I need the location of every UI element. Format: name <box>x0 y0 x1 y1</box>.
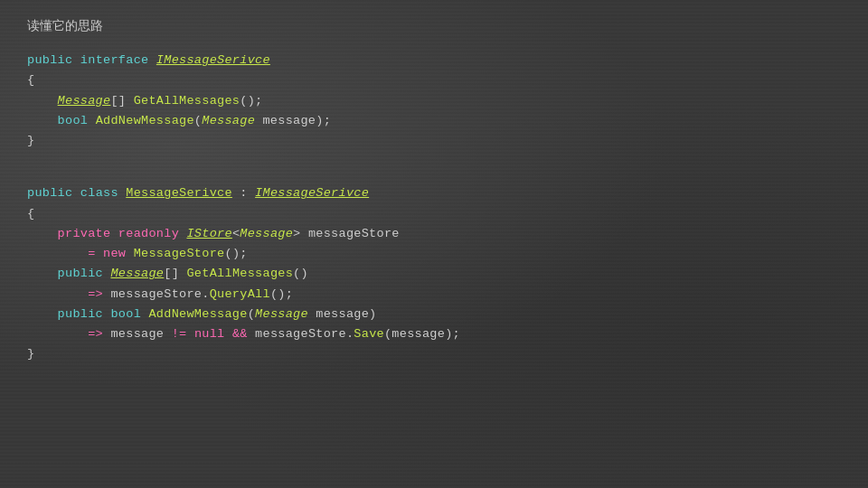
param-type-message2: Message <box>255 307 308 321</box>
code-line-2: { <box>27 70 841 90</box>
code-line-8: private readonly IStore<Message> message… <box>27 224 841 244</box>
keyword-public2: public <box>27 186 72 200</box>
code-block-2: public class MessageSerivce : IMessageSe… <box>27 183 841 364</box>
keyword-interface: interface <box>80 53 149 67</box>
operator-arrow2: => <box>88 327 103 341</box>
page-title: 读懂它的思路 <box>27 18 841 34</box>
code-line-7: { <box>27 204 841 224</box>
code-line-9: = new MessageStore(); <box>27 244 841 264</box>
keyword-bool: bool <box>58 114 89 127</box>
method-getall: GetAllMessages <box>134 94 241 108</box>
keyword-private: private <box>58 227 111 240</box>
code-line-4: bool AddNewMessage(Message message); <box>27 111 841 131</box>
keyword-public: public <box>27 53 72 67</box>
code-line-12: => messageStore.QueryAll(); <box>27 285 841 305</box>
operator-and: && <box>232 327 248 341</box>
type-message-array: Message <box>58 94 111 108</box>
keyword-readonly: readonly <box>118 227 179 240</box>
code-line-16: } <box>27 344 841 364</box>
code-line-1: public interface IMessageSerivce <box>27 51 841 70</box>
code-line-14: public bool AddNewMessage(Message messag… <box>27 305 841 324</box>
keyword-null: null <box>194 327 225 341</box>
interface-name: IMessageSerivce <box>156 53 270 67</box>
code-line-6: public class MessageSerivce : IMessageSe… <box>27 183 841 203</box>
keyword-new: new <box>103 247 126 260</box>
code-block-1: public interface IMessageSerivce { Messa… <box>27 51 841 151</box>
method-addnew: AddNewMessage <box>96 114 194 127</box>
operator-arrow: => <box>88 287 103 301</box>
istore-type: IStore <box>186 227 231 240</box>
method-queryall: QueryAll <box>210 287 270 301</box>
main-container: 读懂它的思路 public interface IMessageSerivce … <box>0 0 868 383</box>
code-line-5: } <box>27 131 841 151</box>
messagestore-constructor: MessageStore <box>134 247 225 260</box>
section-gap-1 <box>27 151 841 167</box>
code-line-15: => message != null && messageStore.Save(… <box>27 324 841 344</box>
operator-neq: != <box>172 327 187 341</box>
method-getall2: GetAllMessages <box>186 267 293 280</box>
keyword-public3: public <box>58 267 103 280</box>
param-type-message: Message <box>202 114 255 127</box>
method-save: Save <box>354 327 384 341</box>
class-name: MessageSerivce <box>126 186 232 200</box>
generic-message: Message <box>240 227 293 240</box>
method-addnew2: AddNewMessage <box>148 307 247 321</box>
code-line-11: public Message[] GetAllMessages() <box>27 264 841 284</box>
code-line-3: Message[] GetAllMessages(); <box>27 91 841 111</box>
keyword-class: class <box>80 186 118 200</box>
keyword-public4: public <box>58 307 103 321</box>
return-type-message: Message <box>110 267 164 280</box>
keyword-bool2: bool <box>110 307 141 321</box>
section-gap-2 <box>27 167 841 183</box>
interface-name-ref: IMessageSerivce <box>255 186 369 200</box>
operator-assign: = <box>88 247 95 260</box>
